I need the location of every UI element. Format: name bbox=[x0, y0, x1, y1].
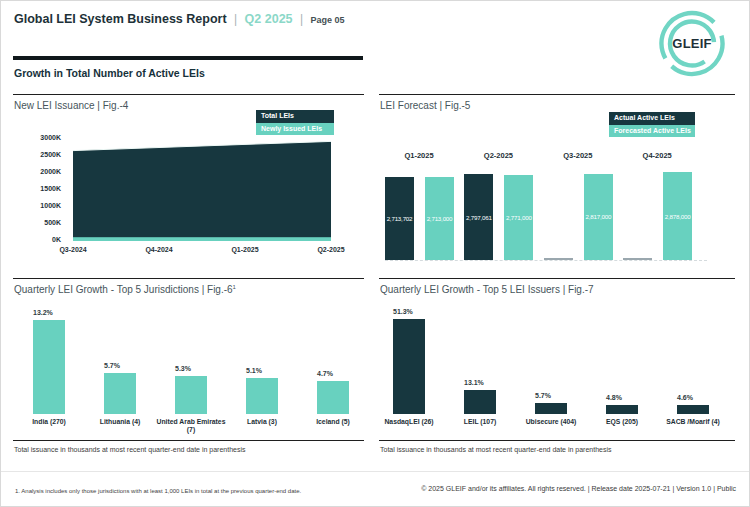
category-label: Lithuania (4) bbox=[82, 418, 158, 426]
page-number: Page 05 bbox=[311, 15, 345, 25]
report-page: Global LEI System Business Report | Q2 2… bbox=[0, 0, 750, 507]
fig7-chart: 51.3%NasdaqLEI (26)13.1%LEIL (107)5.7%Ub… bbox=[379, 309, 735, 440]
report-period: Q2 2025 bbox=[245, 12, 293, 26]
x-tick-label: Q4-2024 bbox=[126, 246, 192, 253]
panel-lei-forecast: LEI Forecast | Fig.-5 Actual Active LEIs… bbox=[379, 94, 735, 267]
section-title: Growth in Total Number of Active LEIs bbox=[14, 67, 205, 79]
chart-title-fig4: New LEI Issuance | Fig.-4 bbox=[14, 100, 128, 111]
quarter-label: Q1-2025 bbox=[379, 151, 459, 160]
chart-title-fig7: Quarterly LEI Growth - Top 5 LEI Issuers… bbox=[380, 284, 594, 295]
bar bbox=[104, 373, 136, 414]
title-separator: | bbox=[234, 12, 237, 26]
chart-title-fig5: LEI Forecast | Fig.-5 bbox=[380, 100, 470, 111]
pct-label: 13.1% bbox=[464, 379, 484, 386]
y-tick-label: 1000K bbox=[19, 202, 61, 209]
quarter-label: Q4-2025 bbox=[617, 151, 697, 160]
y-tick-label: 2500K bbox=[19, 151, 61, 158]
fig6-footnote: Total issuance in thousands at most rece… bbox=[14, 446, 246, 453]
fig6-chart: 13.2%India (270)5.7%Lithuania (4)5.3%Uni… bbox=[13, 309, 364, 440]
area-plot bbox=[67, 133, 339, 245]
title-separator: | bbox=[300, 12, 303, 26]
zero-baseline bbox=[385, 260, 707, 261]
bar bbox=[393, 319, 425, 414]
report-header: Global LEI System Business Report | Q2 2… bbox=[14, 9, 345, 27]
x-tick-label: Q2-2025 bbox=[298, 246, 364, 253]
fig5-chart: Q1-20252,713,7022,713,000Q2-20252,797,06… bbox=[385, 147, 730, 265]
forecast-bar: 2,817,000 bbox=[584, 174, 613, 260]
copyright-line: © 2025 GLEIF and/or its affiliates. All … bbox=[421, 485, 736, 492]
y-tick-label: 500K bbox=[19, 219, 61, 226]
category-label: EQS (205) bbox=[584, 418, 660, 426]
pct-label: 5.7% bbox=[104, 362, 120, 369]
panel-top5-lei-issuers: Quarterly LEI Growth - Top 5 LEI Issuers… bbox=[379, 278, 735, 457]
category-label: LEIL (107) bbox=[442, 418, 518, 426]
legend-forecasted-active-leis: Forecasted Active LEIs bbox=[609, 125, 695, 138]
pct-label: 4.6% bbox=[677, 394, 693, 401]
forecast-bar: 2,713,000 bbox=[425, 177, 454, 260]
bar bbox=[33, 320, 65, 414]
bar-value-label: 2,771,000 bbox=[506, 214, 532, 221]
bar bbox=[317, 381, 349, 414]
category-label: Ubisecure (404) bbox=[513, 418, 589, 426]
category-label: SACB /Moarif (4) bbox=[655, 418, 731, 426]
gleif-logo-text: GLEIF bbox=[657, 7, 727, 79]
pct-label: 4.8% bbox=[606, 394, 622, 401]
bar-value-label: 2,878,000 bbox=[665, 213, 691, 220]
bar-value-label: 2,713,000 bbox=[427, 215, 453, 222]
category-label: India (270) bbox=[11, 418, 87, 426]
actual-bar: 2,713,702 bbox=[385, 177, 414, 260]
bar bbox=[677, 405, 709, 414]
category-label: Iceland (5) bbox=[295, 418, 371, 426]
quarter-label: Q2-2025 bbox=[458, 151, 538, 160]
fig4-chart: 3000K2500K2000K1500K1000K500K0KQ3-2024Q4… bbox=[19, 133, 349, 261]
bar-value-label: 2,797,061 bbox=[466, 214, 492, 221]
category-label: NasdaqLEI (26) bbox=[371, 418, 447, 426]
pct-label: 5.7% bbox=[535, 392, 551, 399]
fig7-footnote: Total issuance in thousands at most rece… bbox=[380, 446, 612, 453]
analysis-footnote: 1. Analysis includes only those jurisdic… bbox=[15, 488, 301, 494]
bar-value-label: 2,817,000 bbox=[585, 213, 611, 220]
header-rule bbox=[13, 56, 363, 60]
category-label: Latvia (3) bbox=[224, 418, 300, 426]
fig6-bottom-rule bbox=[13, 440, 364, 441]
gleif-logo: GLEIF bbox=[657, 7, 727, 79]
bar bbox=[535, 403, 567, 414]
pct-label: 5.3% bbox=[175, 365, 191, 372]
y-tick-label: 2000K bbox=[19, 168, 61, 175]
pct-label: 5.1% bbox=[246, 367, 262, 374]
x-tick-label: Q3-2024 bbox=[40, 246, 106, 253]
y-tick-label: 1500K bbox=[19, 185, 61, 192]
fig4-legend: Total LEIs Newly Issued LEIs bbox=[256, 110, 334, 135]
bar bbox=[175, 376, 207, 414]
panel-top5-jurisdictions: Quarterly LEI Growth - Top 5 Jurisdictio… bbox=[13, 278, 364, 457]
forecast-bar: 2,878,000 bbox=[663, 172, 692, 260]
fig5-legend: Actual Active LEIs Forecasted Active LEI… bbox=[609, 112, 695, 137]
pct-label: 51.3% bbox=[393, 308, 413, 315]
bar bbox=[464, 390, 496, 414]
chart-title-fig6: Quarterly LEI Growth - Top 5 Jurisdictio… bbox=[14, 284, 236, 295]
legend-actual-active-leis: Actual Active LEIs bbox=[609, 112, 695, 125]
fig7-bottom-rule bbox=[379, 440, 735, 441]
panel-new-lei-issuance: New LEI Issuance | Fig.-4 Total LEIs New… bbox=[13, 94, 364, 267]
legend-total-leis: Total LEIs bbox=[256, 110, 334, 123]
forecast-bar: 2,771,000 bbox=[504, 175, 533, 260]
bar-value-label: 2,713,702 bbox=[387, 215, 413, 222]
pct-label: 13.2% bbox=[33, 309, 53, 316]
category-label: United Arab Emirates (7) bbox=[153, 418, 229, 434]
y-tick-label: 0K bbox=[19, 236, 61, 243]
actual-bar: 2,797,061 bbox=[464, 174, 493, 260]
bar bbox=[246, 378, 278, 414]
x-tick-label: Q1-2025 bbox=[212, 246, 278, 253]
quarter-label: Q3-2025 bbox=[538, 151, 618, 160]
pct-label: 4.7% bbox=[317, 370, 333, 377]
total-leis-area bbox=[73, 141, 331, 241]
page-footer: 1. Analysis includes only those jurisdic… bbox=[1, 471, 749, 507]
bar bbox=[606, 405, 638, 414]
y-tick-label: 3000K bbox=[19, 134, 61, 141]
newly-issued-area bbox=[73, 237, 331, 241]
report-title: Global LEI System Business Report bbox=[14, 12, 227, 26]
chart-title-fig6-text: Quarterly LEI Growth - Top 5 Jurisdictio… bbox=[14, 284, 233, 295]
footnote-marker: 1 bbox=[233, 284, 236, 290]
